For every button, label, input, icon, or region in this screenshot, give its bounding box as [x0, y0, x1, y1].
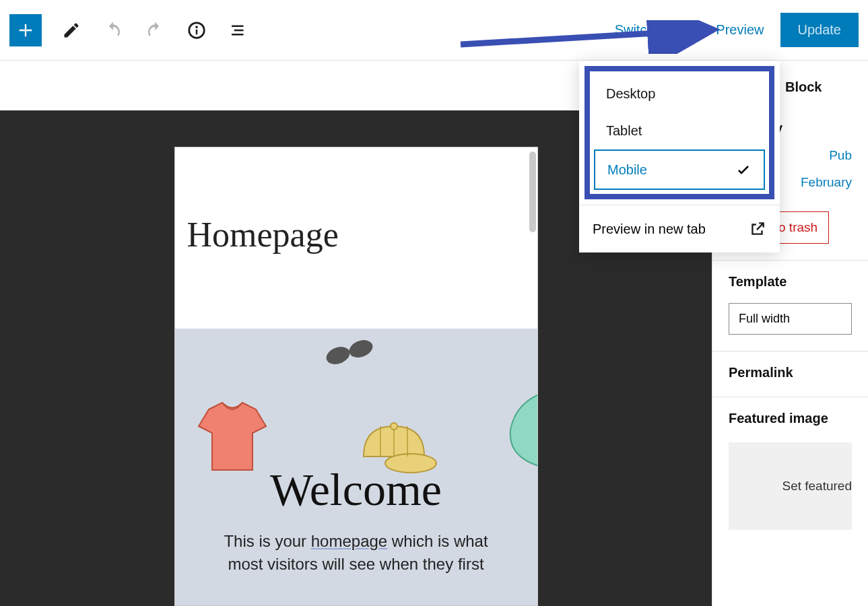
preview-option-mobile[interactable]: Mobile — [594, 149, 765, 190]
info-button[interactable] — [185, 18, 209, 42]
plus-icon — [16, 21, 35, 40]
info-icon — [187, 20, 207, 40]
toolbar-left-group — [9, 14, 251, 46]
pencil-icon — [62, 21, 81, 40]
edit-mode-button[interactable] — [59, 18, 84, 42]
hero-text-link[interactable]: homepage — [311, 532, 387, 550]
visibility-value[interactable]: Pub — [829, 148, 852, 163]
preview-scrollbar[interactable] — [529, 152, 536, 232]
add-block-button[interactable] — [9, 14, 42, 46]
list-icon — [228, 20, 248, 40]
preview-option-desktop[interactable]: Desktop — [594, 75, 765, 112]
publish-date-value[interactable]: February — [801, 175, 852, 190]
outline-button[interactable] — [226, 18, 251, 42]
tab-block[interactable]: Block — [785, 79, 822, 95]
check-icon — [735, 162, 752, 178]
update-button[interactable]: Update — [780, 13, 859, 47]
svg-rect-2 — [196, 29, 198, 34]
featured-image-section: Featured image Set featured — [712, 397, 868, 546]
permalink-heading[interactable]: Permalink — [729, 365, 852, 380]
mobile-preview-frame[interactable]: Homepage — [174, 147, 538, 606]
template-heading: Template — [729, 274, 852, 290]
preview-button[interactable]: Preview — [716, 22, 764, 38]
hero-text-before: This is your — [224, 532, 310, 550]
dropdown-annotation-highlight: Desktop Tablet Mobile — [585, 66, 774, 199]
editor-toolbar: Switch to draft Preview Update — [0, 0, 868, 61]
preview-option-mobile-label: Mobile — [607, 162, 647, 178]
template-select[interactable]: Full width — [729, 303, 852, 335]
preview-new-tab-button[interactable]: Preview in new tab — [579, 205, 780, 252]
permalink-section: Permalink — [712, 351, 868, 397]
preview-new-tab-label: Preview in new tab — [593, 222, 706, 237]
preview-option-tablet[interactable]: Tablet — [594, 112, 765, 149]
set-featured-image-button[interactable]: Set featured — [729, 442, 852, 530]
switch-to-draft-button[interactable]: Switch to draft — [615, 22, 700, 38]
page-title[interactable]: Homepage — [175, 147, 537, 329]
undo-button[interactable] — [101, 18, 125, 42]
undo-icon — [103, 20, 123, 40]
redo-button[interactable] — [143, 18, 167, 42]
featured-image-heading: Featured image — [729, 411, 852, 426]
svg-point-1 — [195, 26, 198, 28]
template-section: Template Full width — [712, 261, 868, 351]
toolbar-right-group: Switch to draft Preview Update — [615, 13, 859, 47]
hero-block[interactable]: Welcome This is your homepage which is w… — [175, 329, 537, 606]
hero-heading[interactable]: Welcome — [175, 329, 537, 516]
external-link-icon — [749, 220, 766, 238]
hero-paragraph[interactable]: This is your homepage which is what most… — [175, 516, 537, 575]
preview-dropdown: Desktop Tablet Mobile Preview in new tab — [579, 61, 780, 252]
redo-icon — [145, 20, 165, 40]
